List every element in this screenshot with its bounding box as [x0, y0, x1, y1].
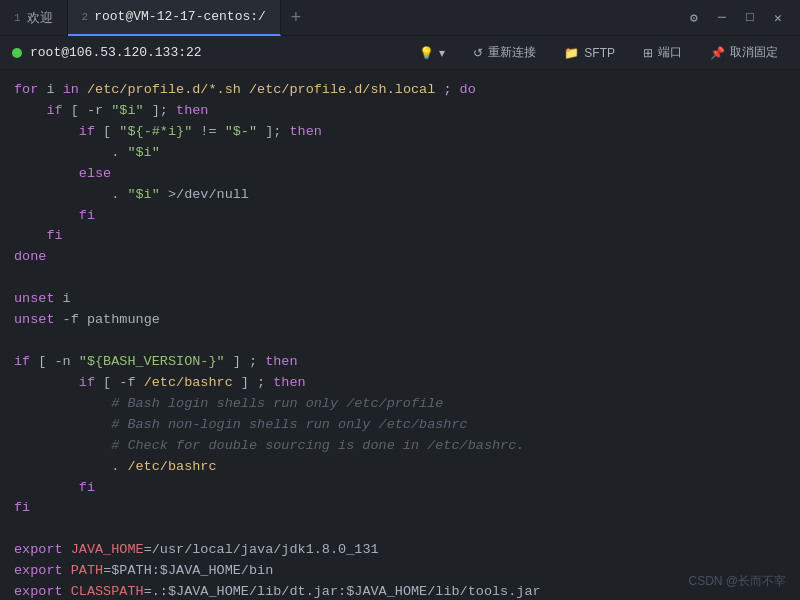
minimize-button[interactable]: ─	[708, 4, 736, 32]
terminal-line-16: # Bash login shells run only /etc/profil…	[14, 394, 786, 415]
sftp-button[interactable]: 📁 SFTP	[554, 43, 625, 63]
hint-icon: 💡	[419, 46, 434, 60]
terminal-line-2: if [ -r "$i" ]; then	[14, 101, 786, 122]
settings-button[interactable]: ⚙	[680, 4, 708, 32]
terminal-area[interactable]: for i in /etc/profile.d/*.sh /etc/profil…	[0, 70, 800, 600]
terminal-line-5: else	[14, 164, 786, 185]
terminal-line-10	[14, 268, 786, 289]
terminal-line-8: fi	[14, 226, 786, 247]
connection-status-dot	[12, 48, 22, 58]
terminal-line-23: export JAVA_HOME=/usr/local/java/jdk1.8.…	[14, 540, 786, 561]
terminal-line-20: fi	[14, 478, 786, 499]
terminal-line-25: export CLASSPATH=.:$JAVA_HOME/lib/dt.jar…	[14, 582, 786, 600]
terminal-line-17: # Bash non-login shells run only /etc/ba…	[14, 415, 786, 436]
new-tab-button[interactable]: +	[281, 0, 311, 36]
tab2-num: 2	[82, 11, 89, 23]
connection-host-label: root@106.53.120.133:22	[30, 45, 401, 60]
reconnect-button[interactable]: ↺ 重新连接	[463, 41, 546, 64]
terminal-line-6: . "$i" >/dev/null	[14, 185, 786, 206]
port-button[interactable]: ⊞ 端口	[633, 41, 692, 64]
terminal-line-11: unset i	[14, 289, 786, 310]
hint-button[interactable]: 💡 ▾	[409, 43, 455, 63]
watermark: CSDN @长而不宰	[688, 573, 786, 590]
terminal-line-19: . /etc/bashrc	[14, 457, 786, 478]
pin-icon: 📌	[710, 46, 725, 60]
terminal-line-18: # Check for double sourcing is done in /…	[14, 436, 786, 457]
terminal-line-13	[14, 331, 786, 352]
terminal-line-15: if [ -f /etc/bashrc ] ; then	[14, 373, 786, 394]
terminal-line-7: fi	[14, 206, 786, 227]
terminal-line-14: if [ -n "${BASH_VERSION-}" ] ; then	[14, 352, 786, 373]
window-controls: ⚙ ─ □ ✕	[680, 4, 800, 32]
reconnect-icon: ↺	[473, 46, 483, 60]
tab2-label: root@VM-12-17-centos:/	[94, 9, 266, 24]
terminal-line-21: fi	[14, 498, 786, 519]
maximize-button[interactable]: □	[736, 4, 764, 32]
tab1-num: 1	[14, 12, 21, 24]
tab-welcome[interactable]: 1 欢迎	[0, 0, 68, 36]
connection-bar: root@106.53.120.133:22 💡 ▾ ↺ 重新连接 📁 SFTP…	[0, 36, 800, 70]
terminal-line-1: for i in /etc/profile.d/*.sh /etc/profil…	[14, 80, 786, 101]
close-button[interactable]: ✕	[764, 4, 792, 32]
tab1-label: 欢迎	[27, 9, 53, 27]
tab-terminal[interactable]: 2 root@VM-12-17-centos:/	[68, 0, 281, 36]
title-bar: 1 欢迎 2 root@VM-12-17-centos:/ + ⚙ ─ □ ✕	[0, 0, 800, 36]
terminal-line-22	[14, 519, 786, 540]
terminal-line-9: done	[14, 247, 786, 268]
unpin-button[interactable]: 📌 取消固定	[700, 41, 788, 64]
terminal-line-3: if [ "${-#*i}" != "$-" ]; then	[14, 122, 786, 143]
hint-dropdown-icon: ▾	[439, 46, 445, 60]
terminal-line-24: export PATH=$PATH:$JAVA_HOME/bin	[14, 561, 786, 582]
terminal-line-4: . "$i"	[14, 143, 786, 164]
terminal-line-12: unset -f pathmunge	[14, 310, 786, 331]
terminal-icon: ⊞	[643, 46, 653, 60]
sftp-icon: 📁	[564, 46, 579, 60]
